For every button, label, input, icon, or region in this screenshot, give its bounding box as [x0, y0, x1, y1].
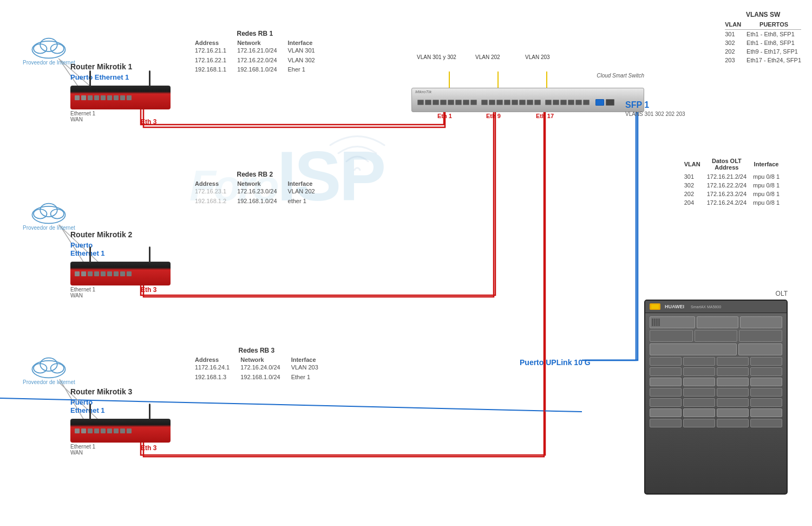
router-3-title: Router Mikrotik 3 [70, 387, 171, 396]
svg-point-24 [41, 358, 58, 372]
switch-cloud-label: Cloud Smart Switch [597, 73, 644, 79]
router-1-puerto: Puerto Ethernet 1 [70, 73, 171, 81]
router-1-eth3: Eth 3 [141, 118, 156, 126]
svg-point-13 [32, 41, 66, 59]
vlan-301-302-label: VLAN 301 y 302 [417, 54, 456, 60]
diagram-container: ForoISP [0, 0, 812, 526]
datos-olt-row-202: 202 172.16.23.2/24 mpu 0/8 1 [684, 190, 780, 198]
svg-point-21 [32, 361, 66, 378]
sfp1-vlans-label: VLANS 301 302 202 203 [625, 111, 685, 117]
svg-point-16 [41, 38, 58, 52]
router-1-block: Router Mikrotik 1 Puerto Ethernet 1 [70, 62, 171, 122]
redes-rb3-table: Redes RB 3 Address 1172.16.24.1192.168.1… [195, 347, 318, 382]
sfp1-label: SFP 1 [625, 100, 649, 110]
switch-brand: MikroTik [415, 89, 431, 94]
puerto-uplink-label: Puerto UPLink 10 G [520, 358, 591, 368]
router-1-title: Router Mikrotik 1 [70, 62, 171, 71]
datos-olt-row-204: 204 172.16.24.2/24 mpu 0/8 1 [684, 198, 780, 207]
vlan-sw-row-203: 203 Eth17 - Eth24, SFP1 [725, 56, 801, 64]
datos-olt-row-301: 301 172.16.21.2/24 mpu 0/8 1 [684, 172, 780, 181]
vlans-sw-table: VLANS SW VLAN PUERTOS 301 Eth1 - Eth8, S… [725, 11, 801, 64]
datos-olt-table: VLAN Datos OLT Address Interface 301 172… [684, 157, 780, 207]
vlan-sw-row-301: 301 Eth1 - Eth8, SFP1 [725, 30, 801, 39]
cloud-1: Proveedor de Internet [23, 33, 75, 66]
cloud-2: Proveedor de Internet [23, 198, 75, 231]
cloud-2-label: Proveedor de Internet [23, 225, 75, 231]
vlan-sw-row-302: 302 Eth1 - Eth8, SFP1 [725, 38, 801, 47]
svg-point-20 [41, 204, 58, 217]
switch-eth1-label: Eth 1 [437, 113, 452, 119]
wifi-symbol [325, 130, 390, 180]
olt-label: OLT [644, 290, 788, 297]
vlan-203-label: VLAN 203 [525, 54, 550, 60]
redes-rb2-table: Redes RB 2 Address 172.16.23.1192.168.1.… [195, 171, 315, 206]
switch-eth9-label: Eth 9 [486, 113, 501, 119]
svg-point-17 [32, 206, 66, 224]
router-2-eth3: Eth 3 [141, 286, 156, 294]
router-2-puerto: PuertoEthernet 1 [70, 241, 171, 257]
datos-olt-row-302: 302 172.16.22.2/24 mpu 0/8 1 [684, 181, 780, 190]
switch-block: Cloud Smart Switch MikroTik [411, 88, 644, 112]
olt-block: OLT HUAWEI SmartAX MA5800 [644, 290, 788, 495]
cloud-1-label: Proveedor de Internet [23, 60, 75, 66]
vlan-sw-row-202: 202 Eth9 - Eth17, SFP1 [725, 47, 801, 56]
olt-brand: HUAWEI [665, 304, 684, 309]
cloud-3-label: Proveedor de Internet [23, 379, 75, 386]
router-2-title: Router Mikrotik 2 [70, 230, 171, 239]
router-3-eth3: Eth 3 [141, 444, 156, 452]
router-3-puerto: PuertoEthernet 1 [70, 398, 171, 414]
cloud-3: Proveedor de Internet [23, 352, 75, 386]
redes-rb1-table: Redes RB 1 Address 172.16.21.1172.16.22.… [195, 30, 315, 75]
switch-eth17-label: Eth 17 [536, 113, 554, 119]
vlan-202-label: VLAN 202 [475, 54, 500, 60]
